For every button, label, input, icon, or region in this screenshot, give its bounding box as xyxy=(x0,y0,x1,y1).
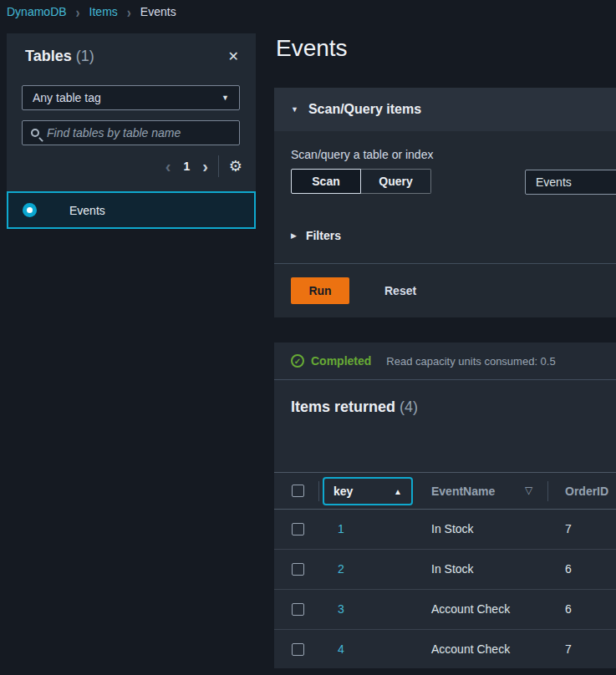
breadcrumb-current: Events xyxy=(140,5,176,18)
items-returned-count: (4) xyxy=(400,398,418,415)
breadcrumb-separator-icon: › xyxy=(127,3,131,20)
column-header-orderid[interactable]: OrderID xyxy=(565,484,608,499)
scan-mode-button[interactable]: Scan xyxy=(291,169,361,194)
cell-key-link[interactable]: 2 xyxy=(338,562,344,576)
column-divider xyxy=(318,481,319,501)
table-index-select[interactable]: Events xyxy=(525,170,616,195)
row-checkbox[interactable] xyxy=(292,563,304,576)
cell-eventname: In Stock xyxy=(431,562,474,576)
dynamodb-console: DynamoDB › Items › Events Tables (1) ✕ A… xyxy=(0,0,616,675)
tables-panel-title: Tables (1) xyxy=(25,48,94,65)
chevron-right-icon: ▶ xyxy=(291,231,297,240)
results-panel: ✓ Completed Read capacity units consumed… xyxy=(274,343,616,668)
scan-query-panel-body: Scan/query a table or index Scan Query E… xyxy=(274,131,616,263)
column-header-key[interactable]: key ▲ xyxy=(323,477,413,505)
row-checkbox[interactable] xyxy=(292,643,304,656)
gear-icon[interactable]: ⚙ xyxy=(229,159,242,174)
table-tag-filter-value: Any table tag xyxy=(33,91,101,104)
success-check-icon: ✓ xyxy=(291,354,304,368)
cell-key-link[interactable]: 1 xyxy=(338,522,344,535)
items-returned-count-value: (4) xyxy=(400,398,418,415)
column-label-orderid: OrderID xyxy=(565,485,608,498)
table-index-select-value: Events xyxy=(536,175,572,189)
chevron-down-icon: ▼ xyxy=(221,94,229,102)
scan-query-mode-label: Scan/query a table or index xyxy=(291,148,599,161)
reset-button[interactable]: Reset xyxy=(384,284,416,297)
cell-eventname: In Stock xyxy=(431,522,474,535)
column-header-eventname[interactable]: EventName xyxy=(431,484,495,499)
close-icon[interactable]: ✕ xyxy=(228,50,239,63)
sortable-icon[interactable]: ▽ xyxy=(525,485,532,496)
tables-panel: Tables (1) ✕ Any table tag ▼ ‹ 1 › ⚙ xyxy=(7,33,256,191)
tables-title-text: Tables xyxy=(25,48,72,64)
next-page-icon[interactable]: › xyxy=(202,158,208,175)
scan-query-panel-title: Scan/Query items xyxy=(308,102,421,117)
status-label: Completed xyxy=(311,354,371,368)
table-search-input[interactable] xyxy=(47,126,214,140)
cell-key-link[interactable]: 4 xyxy=(338,642,344,656)
cell-orderid: 7 xyxy=(565,522,572,535)
cell-eventname: Account Check xyxy=(431,602,510,616)
table-row: 2 In Stock 6 xyxy=(274,550,616,590)
previous-page-icon[interactable]: ‹ xyxy=(165,158,171,175)
query-mode-button[interactable]: Query xyxy=(361,169,431,194)
table-item-label: Events xyxy=(69,204,105,217)
column-label-eventname: EventName xyxy=(431,485,495,498)
scan-query-panel-header[interactable]: ▼ Scan/Query items xyxy=(274,88,616,131)
page-title: Events xyxy=(276,35,348,62)
sort-ascending-icon: ▲ xyxy=(394,487,402,496)
cell-orderid: 7 xyxy=(565,642,572,656)
row-checkbox[interactable] xyxy=(292,603,304,616)
tables-count: (1) xyxy=(76,48,94,64)
breadcrumb: DynamoDB › Items › Events xyxy=(7,3,176,20)
table-list-item-events[interactable]: Events xyxy=(7,191,256,229)
items-returned-heading: Items returned (4) xyxy=(274,380,616,416)
scan-query-panel-footer: Run Reset xyxy=(274,263,616,317)
filters-expander[interactable]: ▶ Filters xyxy=(291,229,599,242)
capacity-consumed-text: Read capacity units consumed: 0.5 xyxy=(386,355,555,368)
scan-status-bar: ✓ Completed Read capacity units consumed… xyxy=(274,343,616,380)
scan-query-panel: ▼ Scan/Query items Scan/query a table or… xyxy=(274,88,616,317)
cell-orderid: 6 xyxy=(565,602,572,616)
items-returned-label: Items returned xyxy=(291,398,395,415)
items-table: key ▲ EventName ▽ OrderID 1 In Stock 7 xyxy=(274,472,616,668)
table-row: 1 In Stock 7 xyxy=(274,510,616,550)
column-divider xyxy=(547,481,548,501)
breadcrumb-link-dynamodb[interactable]: DynamoDB xyxy=(7,5,67,18)
cell-eventname: Account Check xyxy=(431,642,510,656)
filters-label: Filters xyxy=(306,229,341,242)
table-row: 3 Account Check 6 xyxy=(274,590,616,630)
radio-selected-icon[interactable] xyxy=(23,203,37,217)
table-row: 4 Account Check 7 xyxy=(274,630,616,668)
breadcrumb-link-items[interactable]: Items xyxy=(89,5,118,18)
chevron-down-icon: ▼ xyxy=(291,105,298,114)
select-all-checkbox[interactable] xyxy=(292,485,304,497)
table-tag-filter-dropdown[interactable]: Any table tag ▼ xyxy=(22,85,240,110)
tables-pagination: ‹ 1 › ⚙ xyxy=(165,154,242,179)
items-table-header: key ▲ EventName ▽ OrderID xyxy=(274,472,616,510)
cell-key-link[interactable]: 3 xyxy=(338,602,344,616)
breadcrumb-separator-icon: › xyxy=(76,3,80,20)
column-label-key: key xyxy=(333,485,353,498)
cell-orderid: 6 xyxy=(565,562,572,576)
pagination-divider xyxy=(218,155,219,177)
search-icon xyxy=(31,129,39,137)
run-button[interactable]: Run xyxy=(291,277,349,304)
tables-panel-header: Tables (1) ✕ xyxy=(7,33,256,65)
table-search xyxy=(22,120,240,145)
current-page-number: 1 xyxy=(183,160,190,173)
row-checkbox[interactable] xyxy=(292,523,304,535)
